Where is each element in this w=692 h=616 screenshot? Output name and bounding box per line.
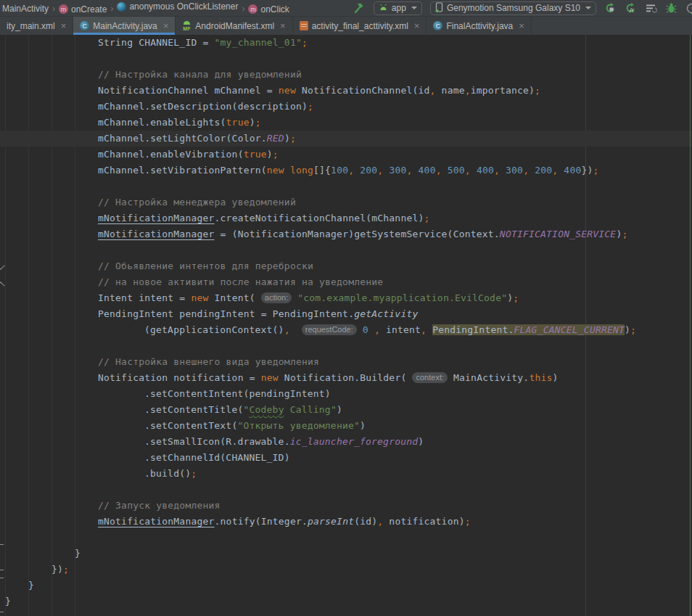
code-segment: new: [267, 165, 284, 176]
code-segment: [368, 324, 374, 335]
code-segment: [500, 165, 506, 176]
code-segment: Codeby: [250, 404, 284, 415]
attach-profiler-icon[interactable]: [685, 2, 692, 15]
anonymous-class-icon: [117, 2, 126, 12]
fold-marker-icon[interactable]: [0, 563, 4, 570]
method-icon: m: [248, 4, 258, 14]
code-line[interactable]: // Запуск уведомления: [0, 498, 692, 514]
code-segment: 300: [389, 165, 406, 176]
code-segment: 0: [363, 324, 368, 335]
code-line[interactable]: // Настройка внешнего вида уведомления: [0, 354, 692, 370]
code-line[interactable]: // Обьявление интентов для переброски: [0, 258, 692, 274]
code-line[interactable]: });: [0, 562, 692, 578]
editor-tab[interactable]: activity_final_acttivity.xml×: [293, 17, 427, 35]
build-hammer-icon[interactable]: [353, 2, 366, 15]
code-line[interactable]: mChannel.enableVibration(true);: [0, 147, 692, 163]
code-segment: name: [436, 85, 465, 96]
code-line[interactable]: }: [0, 546, 692, 562]
code-line[interactable]: mChannel.setLightColor(Color.RED);: [0, 131, 692, 147]
tab-close-icon[interactable]: ×: [163, 20, 169, 31]
code-line[interactable]: mChannel.enableLights(true);: [0, 115, 692, 131]
breadcrumb-label: MainActivity: [2, 4, 49, 14]
code-segment: .notify(Integer.: [215, 516, 308, 527]
editor-tab[interactable]: CMainActivity.java×: [73, 17, 176, 35]
code-segment: ;: [593, 165, 599, 176]
code-area[interactable]: String CHANNEL_ID = "my_channel_01";// Н…: [0, 35, 692, 609]
code-segment: Notification.Builder(: [279, 372, 413, 383]
device-selector[interactable]: Genymotion Samsung Galaxy S10: [430, 1, 596, 15]
code-segment: }): [52, 564, 63, 575]
code-line[interactable]: }: [0, 578, 692, 594]
code-line[interactable]: [0, 338, 692, 354]
code-segment: MainActivity.: [448, 372, 529, 383]
apply-code-changes-icon[interactable]: A: [625, 2, 637, 15]
code-segment: PendingIntent.: [432, 324, 514, 335]
code-segment: .build(): [144, 468, 191, 479]
code-segment: String CHANNEL_ID =: [98, 37, 215, 48]
code-line[interactable]: .build();: [0, 466, 692, 482]
code-segment: ;: [630, 324, 636, 335]
code-line[interactable]: // Настройка канала для уведомлений: [0, 67, 692, 83]
tab-label: activity_final_acttivity.xml: [312, 21, 408, 31]
code-line[interactable]: mNotificationManager.notify(Integer.pars…: [0, 514, 692, 530]
code-line[interactable]: mNotificationManager = (NotificationMana…: [0, 226, 692, 242]
code-line[interactable]: // на новое активити после нажатия на ув…: [0, 274, 692, 290]
debug-icon[interactable]: [665, 2, 677, 15]
editor-tab[interactable]: MFAndroidManifest.xml×: [176, 17, 292, 35]
code-line[interactable]: mChannel.setDescription(description);: [0, 99, 692, 115]
code-line[interactable]: [0, 51, 692, 67]
editor-tab[interactable]: CFinalActtivity.java×: [427, 17, 531, 35]
code-line[interactable]: // Настройка менеджера уведомлений: [0, 194, 692, 210]
code-segment: ;: [513, 292, 519, 303]
code-segment: (id): [354, 516, 377, 527]
fold-marker-icon[interactable]: [0, 578, 4, 585]
breadcrumb-item[interactable]: MainActivity: [2, 4, 49, 14]
code-line[interactable]: Notification notification = new Notifica…: [0, 370, 692, 386]
code-line[interactable]: .setContentTitle("Codeby Calling"): [0, 402, 692, 418]
code-segment: ;: [622, 229, 627, 239]
code-segment: ;: [535, 85, 540, 96]
tab-close-icon[interactable]: ×: [414, 20, 420, 31]
fold-marker-icon[interactable]: [0, 605, 4, 612]
code-editor[interactable]: String CHANNEL_ID = "my_channel_01";// Н…: [0, 35, 692, 616]
code-line[interactable]: Intent intent = new Intent( action: "com…: [0, 290, 692, 306]
code-segment: ic_launcher_foreground: [290, 436, 419, 447]
code-line[interactable]: mNotificationManager.createNotificationC…: [0, 210, 692, 226]
code-line[interactable]: [0, 482, 692, 498]
run-config-selector[interactable]: app: [374, 1, 422, 15]
code-line[interactable]: [0, 242, 692, 258]
parameter-hint-chip: action:: [261, 292, 292, 303]
code-segment: ): [284, 133, 290, 144]
code-line[interactable]: PendingIntent pendingIntent = PendingInt…: [0, 306, 692, 322]
profiler-lines-icon[interactable]: [645, 2, 657, 15]
code-line[interactable]: [0, 530, 692, 546]
code-segment: ,: [523, 165, 529, 176]
code-segment: }): [581, 165, 593, 176]
code-line[interactable]: NotificationChannel mChannel = new Notif…: [0, 83, 692, 99]
tab-close-icon[interactable]: ×: [280, 20, 286, 31]
code-line[interactable]: String CHANNEL_ID = "my_channel_01";: [0, 35, 692, 51]
breadcrumb-item[interactable]: monCreate: [59, 4, 107, 15]
code-line[interactable]: .setSmallIcon(R.drawable.ic_launcher_for…: [0, 434, 692, 450]
code-segment: }: [28, 580, 34, 591]
editor-tab[interactable]: ity_main.xml×: [0, 17, 73, 35]
code-line[interactable]: [0, 178, 692, 194]
tab-close-icon[interactable]: ×: [61, 20, 67, 31]
code-segment: ): [250, 117, 255, 128]
apply-changes-icon[interactable]: [604, 2, 617, 15]
code-segment: ,: [374, 324, 380, 335]
code-segment: }: [75, 548, 81, 559]
code-line[interactable]: .setContentText("Открыть уведомление"): [0, 418, 692, 434]
code-line[interactable]: .setChannelId(CHANNEL_ID): [0, 450, 692, 466]
tab-close-icon[interactable]: ×: [519, 20, 524, 31]
breadcrumb-item[interactable]: monClick: [248, 4, 289, 15]
breadcrumb-item[interactable]: anonymous OnClickListener: [117, 1, 238, 12]
fold-marker-icon[interactable]: [0, 544, 4, 551]
code-line[interactable]: }: [0, 594, 692, 609]
code-segment: [357, 324, 363, 335]
code-segment: ,: [421, 324, 427, 335]
code-line[interactable]: (getApplicationContext(), requestCode: 0…: [0, 322, 692, 338]
code-line[interactable]: .setContentIntent(pendingIntent): [0, 386, 692, 402]
code-segment: PendingIntent pendingIntent = PendingInt…: [98, 308, 354, 319]
code-line[interactable]: mChannel.setVibrationPattern(new long[]{…: [0, 163, 692, 178]
